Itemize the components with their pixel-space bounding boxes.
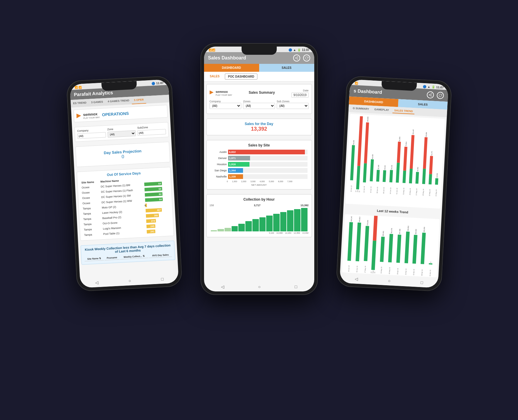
vbar-green-6 xyxy=(383,170,386,182)
vbar-green-1 xyxy=(350,145,355,180)
vbar-green-9 xyxy=(402,171,406,183)
svg-point-0 xyxy=(297,57,298,57)
menu-btn-center[interactable]: □ xyxy=(295,284,297,289)
sub-tab-gameplay[interactable]: GAMEPLAY xyxy=(372,107,391,113)
tab-sales-center[interactable]: SALES xyxy=(259,64,314,72)
home-btn-right[interactable]: ○ xyxy=(388,278,390,283)
bar-row-houston: Houston 1,916 xyxy=(211,162,308,167)
oos-col-site: Site Name xyxy=(80,180,99,185)
bar-row-denver: Denver 1,971 xyxy=(211,156,308,161)
center-header-title: Sales Dashboard xyxy=(208,55,246,61)
semnox-logo-center: semnox PLAY YOUR WAY xyxy=(210,89,232,96)
semnox-play-icon-left xyxy=(76,113,81,118)
bt-icon-center: 🔵 xyxy=(288,48,292,52)
hour-bar-2 xyxy=(218,229,224,231)
main-tabs-center: DASHBOARD SALES xyxy=(204,64,314,72)
svg-point-1 xyxy=(295,58,296,59)
carrier-left: 📶 📶 xyxy=(74,86,82,89)
company-input-left[interactable] xyxy=(77,132,106,139)
bar-fill-sandiego: 1,344 xyxy=(228,168,243,173)
vbar-red-2 xyxy=(357,116,363,166)
day-proj-value: 0 xyxy=(121,154,124,159)
collection-title: Collection by Hour xyxy=(210,197,309,202)
vbar-green-2 xyxy=(356,166,360,189)
phones-container: 📶 📶 🔵 11:07 Parafait Analytics ES TREND … xyxy=(54,20,464,400)
right-bar-chart: 54,035 16 Jun 19 159,788 14 Jun 19 xyxy=(345,114,445,209)
company-label-center: Company xyxy=(210,100,242,103)
sub-tab-sales[interactable]: SALES xyxy=(207,74,223,80)
collection-label-3: 12,263 xyxy=(285,232,291,234)
subzones-select-center[interactable]: (All) xyxy=(277,103,309,109)
share-icon[interactable] xyxy=(293,54,300,62)
oos-table: Site Name Machine Name Ocoee DC Super He… xyxy=(80,175,171,238)
sales-day-card: Sales for the Day 13,392 xyxy=(206,119,312,135)
tab-5oper[interactable]: 5 OPER xyxy=(131,96,146,105)
right-header-title: s Dashboard xyxy=(353,88,382,95)
vbar-green-12 xyxy=(422,169,426,184)
collection-label-1: 9,184 xyxy=(269,232,274,234)
svg-point-2 xyxy=(297,59,298,59)
time-right: 11:07 xyxy=(436,86,444,89)
zones-select-center[interactable]: (All) xyxy=(243,103,275,109)
bar-fill-nashville: 1,339 xyxy=(228,174,243,179)
sub-tab-gsummary[interactable]: G SUMMARY xyxy=(351,106,371,112)
bar-row-sandiego: San Diego 1,344 xyxy=(211,168,308,173)
vbar-green-14 xyxy=(435,178,438,185)
date-label: Date xyxy=(303,89,308,92)
refresh-icon-right[interactable] xyxy=(437,92,444,99)
tab-3games[interactable]: 3 GAMES xyxy=(89,98,106,107)
tab-4games-trend[interactable]: 4 GAMES TREND xyxy=(105,97,132,106)
vbar-red-8 xyxy=(397,142,401,163)
vbar-green-5 xyxy=(376,170,380,182)
phone-left: 📶 📶 🔵 11:07 Parafait Analytics ES TREND … xyxy=(66,76,182,292)
share-icon-right[interactable] xyxy=(427,91,434,98)
sales-day-value: 13,392 xyxy=(210,126,309,132)
svg-line-8 xyxy=(430,95,431,96)
vbar-green-10 xyxy=(409,169,413,183)
back-btn-center[interactable]: ◁ xyxy=(221,284,224,289)
company-select-center[interactable]: (All) xyxy=(210,103,242,109)
bar-row-nashville: Nashville 1,339 xyxy=(211,174,308,179)
vbar-green-3 xyxy=(363,163,367,182)
phone-right: 📶 🔵 ▲ 🔋 11:07 s Dashboard xyxy=(336,76,452,292)
vbar-green-11 xyxy=(415,172,419,184)
sales-day-label: Sales for the Day xyxy=(210,122,309,126)
collection-label-2: 10,966 xyxy=(276,232,283,234)
semnox-logo-left: semnox PLAY YOUR WAY xyxy=(76,111,100,119)
kiosk-weekly-section: Kiosk Weekly Collection less than Avg 7 … xyxy=(80,240,175,265)
tab-es-trend[interactable]: ES TREND xyxy=(70,99,89,107)
back-btn-left[interactable]: ◁ xyxy=(95,280,98,285)
bar-chart-horizontal: Austin 6,822 Denver 1,971 Ho xyxy=(210,150,309,179)
zone-select-left[interactable]: (All) xyxy=(107,130,136,138)
home-btn-left[interactable]: ○ xyxy=(128,278,131,283)
sub-tab-poc[interactable]: POC DASHBOARD xyxy=(225,74,257,80)
site-card-title: Sales by Site xyxy=(210,143,309,147)
hour-bar-9 xyxy=(266,216,273,231)
bar-fill-austin: 6,822 xyxy=(228,150,305,154)
semnox-banner-left: semnox PLAY YOUR WAY OPERATIONS xyxy=(73,105,168,122)
menu-btn-right[interactable]: □ xyxy=(420,280,423,285)
vbar-green-13 xyxy=(429,174,432,184)
subzone-input-left[interactable] xyxy=(137,129,166,136)
hour-bar-14 xyxy=(301,208,308,231)
collection-by-hour-card: Collection by Hour 158 3,717 13,392 xyxy=(206,194,312,237)
time-left: 11:07 xyxy=(156,81,164,85)
svg-point-6 xyxy=(429,94,430,95)
menu-btn-left[interactable]: □ xyxy=(161,276,163,281)
hour-bar-6 xyxy=(245,221,252,231)
last12-chart: 434,143 10 Jun 19 434,813 03 Jun 19 375,… xyxy=(342,214,439,277)
day-projection-section: Day Sales Projection 0 xyxy=(75,142,170,167)
svg-line-3 xyxy=(296,58,297,59)
company-label-left: Company xyxy=(77,128,106,132)
vbar-red-9 xyxy=(403,147,407,171)
date-value[interactable]: 9/10/2019 xyxy=(291,93,309,98)
battery-right: 🔋 xyxy=(431,85,435,89)
refresh-icon[interactable] xyxy=(303,54,310,62)
sub-tab-salestrend[interactable]: SALES TREND xyxy=(392,108,415,114)
tab-dashboard-center[interactable]: DASHBOARD xyxy=(204,64,259,72)
back-btn-right[interactable]: ◁ xyxy=(354,276,358,281)
collection-label-5: 13,392 xyxy=(302,232,308,234)
semnox-text-left: semnox xyxy=(83,112,98,117)
hour-bar-7 xyxy=(252,219,259,231)
home-btn-center[interactable]: ○ xyxy=(258,284,261,289)
